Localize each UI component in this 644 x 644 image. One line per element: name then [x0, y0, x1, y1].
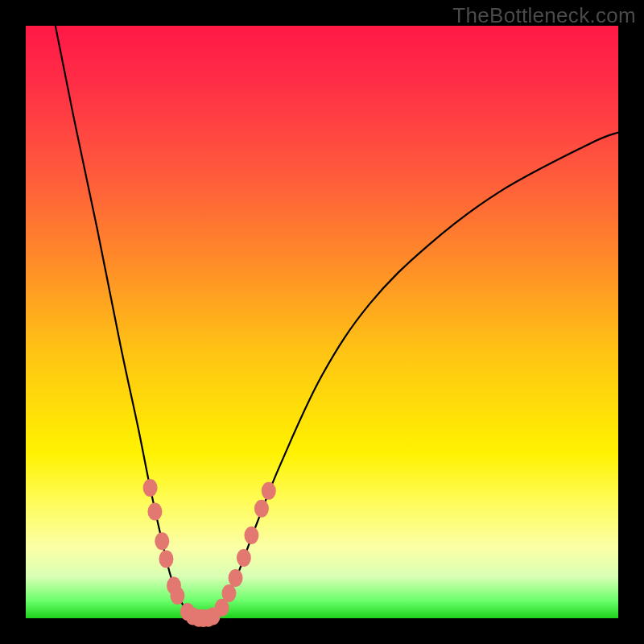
data-point — [147, 503, 162, 521]
data-point — [229, 569, 243, 587]
watermark-text: TheBottleneck.com — [452, 3, 636, 28]
data-point — [221, 584, 236, 602]
data-point — [254, 500, 269, 518]
data-point — [170, 587, 184, 605]
data-point-markers — [143, 479, 276, 627]
left-curve — [56, 26, 204, 618]
data-point — [237, 549, 251, 567]
data-point — [262, 482, 276, 500]
chart-svg — [26, 26, 618, 618]
chart-plot-area — [26, 26, 618, 618]
data-point — [244, 526, 258, 544]
data-point — [159, 550, 173, 568]
data-point — [155, 532, 169, 550]
data-point — [143, 479, 158, 497]
right-curve — [204, 132, 618, 618]
